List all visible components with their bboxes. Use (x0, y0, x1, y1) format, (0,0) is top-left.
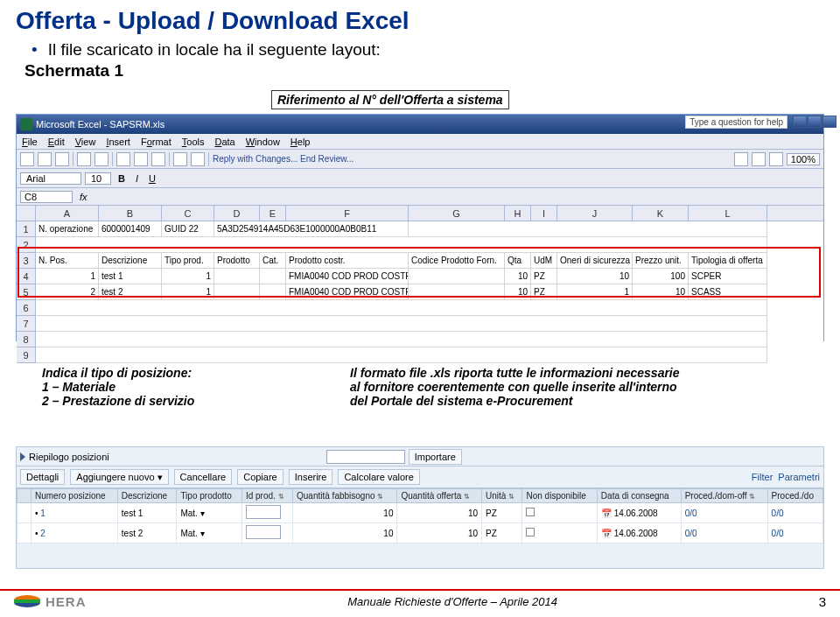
td-data1[interactable]: 📅 14.06.2008 (597, 503, 681, 523)
menu-window[interactable]: Window (246, 137, 280, 147)
idprod-input-1[interactable] (246, 505, 281, 519)
col-l[interactable]: L (689, 206, 767, 221)
row-link-1[interactable]: 1 (40, 508, 46, 518)
calcolare-button[interactable]: Calcolare valore (338, 469, 419, 485)
td-tipo1[interactable]: Mat. ▾ (177, 503, 242, 523)
fx-icon[interactable]: fx (73, 192, 94, 202)
td-data2[interactable]: 📅 14.06.2008 (597, 523, 681, 543)
open-icon[interactable] (38, 152, 52, 166)
r5-udm[interactable]: PZ (531, 284, 557, 300)
col-a[interactable]: A (36, 206, 99, 221)
th-qf[interactable]: Quantità fabbisogno ⇅ (293, 489, 397, 503)
col-k[interactable]: K (633, 206, 689, 221)
th-proc[interactable]: Proced./dom-off ⇅ (681, 489, 767, 503)
cell-b1[interactable]: 6000001409 (99, 221, 162, 237)
chart-icon[interactable] (769, 152, 783, 166)
menu-insert[interactable]: Insert (106, 137, 130, 147)
th-desc[interactable]: Descrizione (117, 489, 177, 503)
table-row[interactable]: • 1 test 1 Mat. ▾ 10 10 PZ 📅 14.06.2008 … (18, 503, 823, 523)
lbl-tipo[interactable]: Tipo prod. (162, 253, 214, 269)
col-b[interactable]: B (99, 206, 162, 221)
r4-qta[interactable]: 10 (505, 269, 531, 284)
cancellare-button[interactable]: Cancellare (174, 469, 233, 485)
cell-c1[interactable]: GUID 22 (162, 221, 214, 237)
r5-qta[interactable]: 10 (505, 284, 531, 300)
help-input[interactable]: Type a question for help (685, 116, 788, 129)
underline-icon[interactable]: U (145, 173, 159, 184)
col-f[interactable]: F (286, 206, 409, 221)
cell-d1[interactable]: 5A3D254914A45D63E1000000A0B0B11 (214, 221, 409, 237)
filter-link[interactable]: Filter (752, 472, 773, 482)
th-data[interactable]: Data di consegna (597, 489, 681, 503)
minimize-icon[interactable] (793, 116, 807, 128)
th-proc2[interactable]: Proced./do (767, 489, 822, 503)
lbl-cpf[interactable]: Codice Prodotto Forn. (409, 253, 505, 269)
r4-prod[interactable]: FMIA0040 COD PROD COSTR 1 (286, 269, 409, 284)
row-5[interactable]: 5 (17, 284, 36, 300)
r4-tipo[interactable]: 1 (162, 269, 214, 284)
maximize-icon[interactable] (808, 116, 822, 128)
th-idprod[interactable]: Id prod. ⇅ (242, 489, 292, 503)
paste-icon[interactable] (151, 152, 165, 166)
save-icon[interactable] (55, 152, 69, 166)
copy-icon[interactable] (134, 152, 148, 166)
checkbox-2[interactable] (526, 528, 535, 536)
td-proc2-1[interactable]: 0/0 (767, 503, 822, 523)
undo-icon[interactable] (173, 152, 187, 166)
r5-tipo[interactable]: 1 (162, 284, 214, 300)
menu-file[interactable]: File (22, 137, 38, 147)
lbl-udm[interactable]: UdM (531, 253, 557, 269)
zoom-selector[interactable]: 100% (787, 153, 820, 165)
import-input[interactable] (326, 450, 405, 464)
lbl-oneri[interactable]: Oneri di sicurezza (557, 253, 633, 269)
th-nd[interactable]: Non disponibile (522, 489, 597, 503)
fontsize-select[interactable]: 10 (85, 172, 111, 185)
cut-icon[interactable] (116, 152, 130, 166)
checkbox-1[interactable] (526, 508, 535, 516)
row-9[interactable]: 9 (17, 347, 36, 363)
r4-pos[interactable]: 1 (36, 269, 99, 284)
col-d[interactable]: D (214, 206, 260, 221)
bold-icon[interactable]: B (115, 173, 129, 184)
th-un[interactable]: Unità ⇅ (482, 489, 522, 503)
cell-a1[interactable]: N. operazione (36, 221, 99, 237)
lbl-prezzo[interactable]: Prezzo unit. (633, 253, 689, 269)
col-g[interactable]: G (409, 206, 505, 221)
r4-oneri[interactable]: 10 (557, 269, 633, 284)
r5-tip[interactable]: SCASS (689, 284, 767, 300)
reply-changes[interactable]: Reply with Changes... End Review... (213, 154, 354, 164)
idprod-input-2[interactable] (246, 525, 281, 539)
dettagli-button[interactable]: Dettagli (20, 469, 65, 485)
col-c[interactable]: C (162, 206, 214, 221)
close-icon[interactable] (822, 116, 836, 128)
parametri-link[interactable]: Parametri (778, 472, 820, 482)
td-proc1[interactable]: 0/0 (681, 503, 767, 523)
col-i[interactable]: I (531, 206, 557, 221)
lbl-tipoff[interactable]: Tipologia di offerta (689, 253, 767, 269)
inserire-button[interactable]: Inserire (289, 469, 333, 485)
lbl-npos[interactable]: N. Pos. (36, 253, 99, 269)
cell-reference[interactable]: C8 (20, 191, 73, 203)
row-1[interactable]: 1 (17, 221, 36, 237)
row-4[interactable]: 4 (17, 269, 36, 284)
lbl-prodcostr[interactable]: Prodotto costr. (286, 253, 409, 269)
r4-prezzo[interactable]: 100 (633, 269, 689, 284)
corner-cell[interactable] (17, 206, 36, 221)
sort-desc-icon[interactable] (752, 152, 766, 166)
col-j[interactable]: J (557, 206, 633, 221)
r5-pos[interactable]: 2 (36, 284, 99, 300)
redo-icon[interactable] (191, 152, 205, 166)
print-icon[interactable] (77, 152, 91, 166)
td-tipo2[interactable]: Mat. ▾ (177, 523, 242, 543)
r5-desc[interactable]: test 2 (99, 284, 162, 300)
excel-menu[interactable]: File Edit View Insert Format Tools Data … (17, 134, 823, 150)
th-num[interactable]: Numero posizione (32, 489, 118, 503)
menu-format[interactable]: Format (141, 137, 172, 147)
r4-udm[interactable]: PZ (531, 269, 557, 284)
font-select[interactable]: Arial (20, 172, 81, 185)
th-qo[interactable]: Quantità offerta ⇅ (397, 489, 482, 503)
lbl-prod[interactable]: Prodotto (214, 253, 260, 269)
copiare-button[interactable]: Copiare (237, 469, 284, 485)
col-h[interactable]: H (505, 206, 531, 221)
row-link-2[interactable]: 2 (40, 529, 46, 538)
